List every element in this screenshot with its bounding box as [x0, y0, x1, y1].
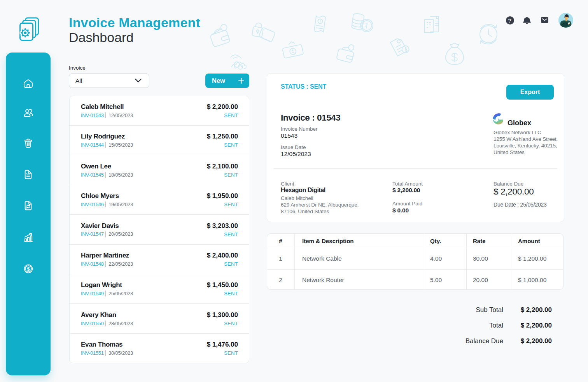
svg-text:$: $: [27, 266, 30, 272]
